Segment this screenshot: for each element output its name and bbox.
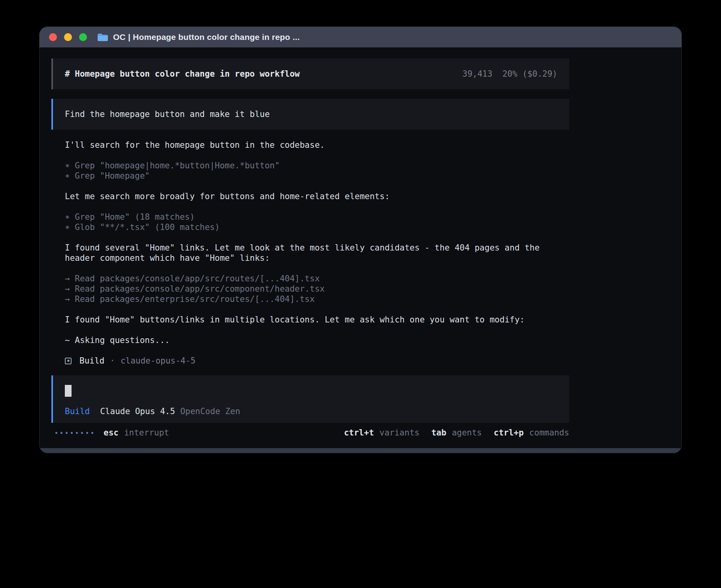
ctrl-t-label: variants [379, 428, 419, 438]
esc-key-label: interrupt [124, 428, 169, 438]
window-title: OC | Homepage button color change in rep… [113, 32, 300, 42]
message-group: ∗ Grep "Home" (18 matches) ∗ Glob "**/*.… [65, 212, 556, 232]
user-message: Find the homepage button and make it blu… [51, 99, 569, 130]
agent-separator: · [110, 356, 115, 366]
tool-call-line: ∗ Grep "homepage|home.*button|Home.*butt… [65, 160, 556, 171]
traffic-lights [49, 33, 87, 41]
minimize-button[interactable] [64, 33, 72, 41]
status-line: ~ Asking questions... [65, 335, 556, 345]
tool-call-line: → Read packages/enterprise/src/routes/[.… [65, 294, 556, 304]
message-group: → Read packages/console/app/src/routes/[… [65, 273, 556, 304]
titlebar-title-group: OC | Homepage button color change in rep… [97, 32, 300, 42]
input-mode-label[interactable]: Build [65, 406, 90, 416]
status-bar-right: ctrl+t variants tab agents ctrl+p comman… [344, 428, 569, 438]
esc-key-hint: esc [104, 428, 119, 438]
assistant-transcript: I'll search for the homepage button in t… [51, 140, 569, 345]
ctrl-t-key: ctrl+t [344, 428, 374, 438]
message-group: Let me search more broadly for buttons a… [65, 191, 556, 202]
user-message-text: Find the homepage button and make it blu… [65, 109, 270, 119]
message-group: ∗ Grep "homepage|home.*button|Home.*butt… [65, 160, 556, 181]
input-model-label[interactable]: Claude Opus 4.5 [100, 406, 175, 416]
ctrl-p-label: commands [529, 428, 569, 438]
status-bar: esc interrupt ctrl+t variants tab agents… [51, 428, 569, 438]
message-group: I found several "Home" links. Let me loo… [65, 243, 556, 263]
text-cursor [65, 385, 72, 397]
hint-commands: ctrl+p commands [494, 428, 569, 438]
terminal-window: OC | Homepage button color change in rep… [40, 27, 681, 453]
folder-icon [97, 33, 108, 41]
ctrl-p-key: ctrl+p [494, 428, 524, 438]
session-header: # Homepage button color change in repo w… [51, 58, 569, 89]
tool-call-line: ∗ Grep "Homepage" [65, 171, 556, 181]
prompt-input[interactable]: Build Claude Opus 4.5 OpenCode Zen [51, 375, 569, 423]
session-title: # Homepage button color change in repo w… [65, 69, 300, 79]
assistant-message-line: I found "Home" buttons/links in multiple… [65, 315, 556, 325]
message-group: I'll search for the homepage button in t… [65, 140, 556, 150]
tab-label: agents [452, 428, 482, 438]
tool-call-line: ∗ Glob "**/*.tsx" (100 matches) [65, 222, 556, 232]
agent-model: claude-opus-4-5 [121, 356, 196, 366]
assistant-message-line: Let me search more broadly for buttons a… [65, 191, 556, 202]
build-agent-icon [65, 358, 72, 364]
close-button[interactable] [49, 33, 57, 41]
message-group: I found "Home" buttons/links in multiple… [65, 315, 556, 325]
tab-key: tab [431, 428, 446, 438]
terminal-content: # Homepage button color change in repo w… [40, 47, 681, 438]
agent-status-row: Build · claude-opus-4-5 [65, 356, 681, 366]
agent-name: Build [79, 356, 104, 366]
zoom-button[interactable] [79, 33, 87, 41]
hint-variants: ctrl+t variants [344, 428, 419, 438]
tool-call-line: → Read packages/console/app/src/componen… [65, 284, 556, 294]
spinner-dots [55, 432, 93, 434]
tool-call-line: ∗ Grep "Home" (18 matches) [65, 212, 556, 222]
hint-agents: tab agents [431, 428, 482, 438]
window-titlebar[interactable]: OC | Homepage button color change in rep… [40, 27, 681, 47]
tool-call-line: → Read packages/console/app/src/routes/[… [65, 273, 556, 284]
input-meta-row: Build Claude Opus 4.5 OpenCode Zen [65, 406, 557, 416]
assistant-message-line: I'll search for the homepage button in t… [65, 140, 556, 150]
input-provider-label: OpenCode Zen [180, 406, 240, 416]
session-stats: 39,413 20% ($0.29) [462, 69, 557, 79]
assistant-message-line: I found several "Home" links. Let me loo… [65, 243, 556, 263]
window-bottom-edge [40, 448, 681, 453]
status-bar-left: esc interrupt [55, 428, 169, 438]
message-group: ~ Asking questions... [65, 335, 556, 345]
